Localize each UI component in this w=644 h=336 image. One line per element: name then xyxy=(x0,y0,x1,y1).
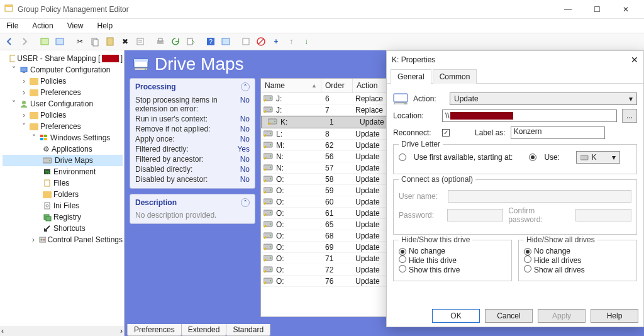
tree-folders[interactable]: Folders xyxy=(3,189,123,200)
tree-cc-policies[interactable]: ›Policies xyxy=(3,76,123,87)
processing-row: Remove if not applied:No xyxy=(135,124,250,134)
toolbar: ✂ ✖ ? + ↑ ↓ xyxy=(0,33,644,50)
col-action[interactable]: Action xyxy=(353,79,389,92)
hide-show-this-group: Hide/Show this drive No change Hide this… xyxy=(393,240,512,281)
plus-icon[interactable]: + xyxy=(269,35,283,48)
back-button[interactable] xyxy=(3,35,16,48)
maximize-button[interactable]: ☐ xyxy=(582,0,611,19)
browse-button[interactable]: ... xyxy=(622,109,637,123)
processing-row: Disabled directly:No xyxy=(135,164,250,174)
delete-icon[interactable]: ✖ xyxy=(118,35,132,48)
dialog-tab-general[interactable]: General xyxy=(391,69,431,84)
tree-files[interactable]: Files xyxy=(3,177,123,189)
close-button[interactable]: ✕ xyxy=(611,0,640,19)
collapse-processing-icon[interactable]: ˆ xyxy=(241,82,250,91)
labelas-input[interactable]: Konzern xyxy=(511,126,605,139)
tree-applications[interactable]: ⚙Applications xyxy=(3,143,123,155)
dialog-tab-common[interactable]: Common xyxy=(433,69,477,84)
svg-point-54 xyxy=(270,155,271,157)
svg-rect-31 xyxy=(45,180,50,186)
svg-rect-2 xyxy=(41,38,48,45)
stop-icon[interactable] xyxy=(254,35,268,48)
radio-show-this[interactable] xyxy=(399,265,406,272)
print-icon[interactable] xyxy=(153,35,167,48)
tree-uc-preferences[interactable]: ˅Preferences xyxy=(3,121,123,132)
tree-environment[interactable]: %Environment xyxy=(3,166,123,177)
tree-ini-files[interactable]: Ini Files xyxy=(3,200,123,211)
svg-point-42 xyxy=(145,69,146,70)
down-icon[interactable]: ↓ xyxy=(299,35,313,48)
radio-hide-all[interactable] xyxy=(524,255,531,263)
tree-uc-policies[interactable]: ›Policies xyxy=(3,109,123,121)
location-input[interactable]: \\ xyxy=(442,109,617,122)
menu-file[interactable]: File xyxy=(4,20,21,31)
cut-icon[interactable]: ✂ xyxy=(73,35,87,48)
properties-icon[interactable] xyxy=(133,35,147,48)
toolbar-icon-1[interactable] xyxy=(38,35,52,48)
menu-view[interactable]: View xyxy=(65,20,86,31)
tree-drive-maps[interactable]: Drive Maps xyxy=(3,155,123,166)
dialog-close-icon[interactable]: ✕ xyxy=(631,55,638,65)
reconnect-checkbox[interactable] xyxy=(442,129,450,137)
radio-all-no-change[interactable] xyxy=(524,248,531,255)
refresh-icon[interactable] xyxy=(169,35,182,48)
confirm-password-input[interactable] xyxy=(575,209,631,221)
password-input[interactable] xyxy=(447,209,503,221)
collapse-description-icon[interactable]: ˆ xyxy=(241,198,250,207)
svg-point-62 xyxy=(270,201,271,202)
svg-rect-26 xyxy=(44,138,47,140)
tree-root[interactable]: USER - Share Mapping [ ] xyxy=(3,53,123,64)
col-order[interactable]: Order xyxy=(321,79,353,92)
drive-letter-select[interactable]: K▾ xyxy=(576,151,620,164)
svg-rect-40 xyxy=(134,59,148,62)
menu-help[interactable]: Help xyxy=(95,20,116,31)
svg-rect-1 xyxy=(5,5,13,7)
svg-rect-15 xyxy=(222,38,230,45)
svg-rect-5 xyxy=(93,40,98,46)
radio-this-no-change[interactable] xyxy=(399,248,406,255)
col-name[interactable]: Name▲ xyxy=(261,79,321,92)
ok-button[interactable]: OK xyxy=(432,309,480,323)
radio-hide-this[interactable] xyxy=(399,255,406,263)
tab-standard[interactable]: Standard xyxy=(226,324,270,336)
tree-horizontal-scrollbar[interactable]: ‹› xyxy=(0,326,124,336)
svg-point-68 xyxy=(270,235,271,236)
dialog-title: K: Properties xyxy=(392,55,435,64)
tree-computer-config[interactable]: ˅Computer Configuration xyxy=(3,64,123,76)
action-select[interactable]: Update▾ xyxy=(450,92,637,105)
radio-show-all[interactable] xyxy=(524,265,531,272)
svg-rect-7 xyxy=(137,38,143,45)
forward-button[interactable] xyxy=(18,35,31,48)
svg-text:?: ? xyxy=(209,38,213,45)
menu-action[interactable]: Action xyxy=(30,20,55,31)
minimize-button[interactable]: — xyxy=(553,0,582,19)
toolbar-icon-4[interactable] xyxy=(239,35,253,48)
tree-windows-settings[interactable]: ˅Windows Settings xyxy=(3,132,123,143)
tree-shortcuts[interactable]: Shortcuts xyxy=(3,223,123,234)
help-icon[interactable]: ? xyxy=(204,35,218,48)
toolbar-icon-2[interactable] xyxy=(53,35,67,48)
tree-user-config[interactable]: ˅User Configuration xyxy=(3,98,123,109)
svg-rect-25 xyxy=(40,138,43,140)
copy-icon[interactable] xyxy=(88,35,102,48)
svg-point-64 xyxy=(270,212,271,213)
reconnect-label: Reconnect: xyxy=(393,128,437,137)
tree-cc-preferences[interactable]: ›Preferences xyxy=(3,87,123,98)
apply-button[interactable]: Apply xyxy=(538,309,586,323)
processing-panel: Processingˆ Stop processing items in ext… xyxy=(130,78,255,189)
help-button[interactable]: Help xyxy=(591,309,638,323)
export-icon[interactable] xyxy=(184,35,197,48)
tab-preferences[interactable]: Preferences xyxy=(127,324,182,336)
page-title: Drive Maps xyxy=(155,54,244,74)
toolbar-icon-3[interactable] xyxy=(219,35,233,48)
radio-use[interactable] xyxy=(529,154,536,161)
radio-use-first[interactable] xyxy=(399,154,406,161)
tree-registry[interactable]: Registry xyxy=(3,211,123,223)
tab-extended[interactable]: Extended xyxy=(181,324,227,336)
tree-control-panel[interactable]: ›Control Panel Settings xyxy=(3,234,123,245)
cancel-button[interactable]: Cancel xyxy=(485,309,533,323)
connect-as-group: Connect as (optional) User name: Passwor… xyxy=(393,179,637,235)
username-input[interactable] xyxy=(448,190,631,203)
up-icon[interactable]: ↑ xyxy=(284,35,298,48)
paste-icon[interactable] xyxy=(103,35,117,48)
